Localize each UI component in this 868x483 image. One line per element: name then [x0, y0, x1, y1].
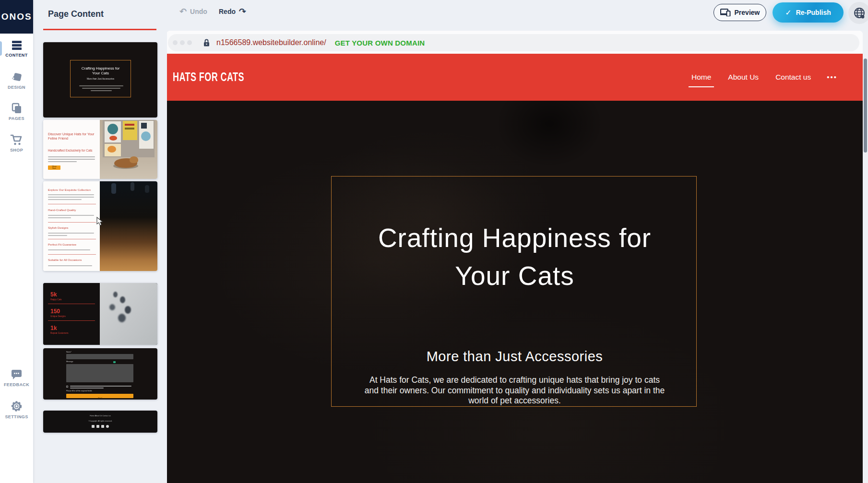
devices-icon	[720, 9, 731, 16]
hero-section[interactable]: Crafting Happiness for Your Cats More th…	[166, 101, 863, 483]
sidebar-item-content[interactable]: CONTENT	[0, 40, 33, 58]
features-thumb-heading: Perfect Fit Guarantee	[48, 243, 98, 246]
intro-thumb-subheading: Handcrafted Exclusively for Cats	[48, 149, 97, 152]
features-thumb-heading: Explore Our Exquisite Collection	[48, 188, 98, 191]
features-thumb-text-column: Explore Our Exquisite Collection Hand-Cr…	[43, 181, 100, 271]
canvas-scrollbar	[863, 31, 868, 483]
browser-chrome-bar: n1566589.websitebuilder.online/ GET YOUR…	[166, 31, 863, 54]
sidebar-item-shop[interactable]: SHOP	[0, 134, 33, 153]
stat-label: Happy Cats	[50, 298, 62, 301]
sidebar-item-label: PAGES	[0, 116, 33, 121]
undo-icon: ↶	[179, 8, 187, 15]
check-icon: ✓	[785, 8, 791, 17]
hero-thumb-heading: Crafting Happiness for Your Cats	[77, 66, 125, 75]
stat-value: 150	[50, 308, 60, 315]
sidebar-item-settings[interactable]: SETTINGS	[0, 400, 33, 419]
hero-thumb-subheading: More than Just Accessories	[85, 78, 116, 80]
stat-value: 5k	[50, 291, 57, 298]
sidebar-item-pages[interactable]: PAGES	[0, 103, 33, 121]
stat-label: Unique Designs	[50, 315, 66, 318]
form-consent-checkbox	[66, 386, 68, 388]
form-message-label: Message	[66, 361, 73, 363]
republish-button[interactable]: ✓ Re-Publish	[773, 2, 844, 23]
ionos-logo[interactable]: IONOS	[0, 0, 33, 34]
features-thumb-heading: Hand-Crafted Quality	[48, 208, 98, 212]
intro-thumb-heading: Discover Unique Hats for Your Feline Fri…	[48, 132, 98, 141]
features-thumb-heading: Stylish Designs	[48, 226, 98, 229]
features-thumb-photo	[100, 181, 157, 271]
lock-icon	[203, 38, 210, 47]
cart-icon	[10, 134, 23, 146]
preview-button[interactable]: Preview	[713, 4, 766, 21]
form-name-field	[66, 354, 133, 359]
section-thumbnail-intro[interactable]: Discover Unique Hats for Your Feline Fri…	[43, 120, 157, 179]
intro-thumb-text-column: Discover Unique Hats for Your Feline Fri…	[43, 120, 100, 179]
stats-thumb-text-column: 5k Happy Cats 150 Unique Designs 1k Repe…	[43, 283, 100, 345]
sidebar-item-label: CONTENT	[0, 53, 33, 58]
window-dot	[187, 40, 192, 45]
hero-thumb-selection-box: Crafting Happiness for Your Cats More th…	[70, 60, 131, 97]
undo-button[interactable]: ↶ Undo	[179, 8, 207, 15]
pages-icon	[11, 103, 23, 114]
scrollbar-thumb[interactable]	[864, 59, 867, 153]
stat-value: 1k	[50, 325, 57, 331]
get-domain-link[interactable]: GET YOUR OWN DOMAIN	[335, 39, 425, 47]
site-url[interactable]: n1566589.websitebuilder.online/	[216, 38, 326, 47]
stats-thumb-photo	[100, 283, 157, 345]
section-thumbnail-stats[interactable]: 5k Happy Cats 150 Unique Designs 1k Repe…	[43, 283, 157, 345]
sidebar-item-label: DESIGN	[0, 85, 33, 90]
feedback-icon	[10, 368, 23, 380]
content-icon	[11, 40, 23, 51]
form-send-button: Send	[66, 394, 133, 398]
features-thumb-heading: Suitable for All Occasions	[48, 258, 102, 261]
panel-title: Page Content	[48, 9, 104, 19]
republish-label: Re-Publish	[796, 9, 831, 16]
nav-more-icon[interactable]: •••	[827, 75, 837, 80]
page-content-panel: Page Content Crafting Happiness for Your…	[33, 0, 167, 483]
nav-item-contact[interactable]: Contact us	[774, 70, 812, 84]
site-brand[interactable]: HATS FOR CATS	[173, 70, 244, 84]
form-attachment-icon	[113, 361, 116, 363]
design-icon	[11, 71, 23, 83]
hero-heading[interactable]: Crafting Happiness for Your Cats	[166, 219, 863, 295]
sidebar-item-feedback[interactable]: FEEDBACK	[0, 368, 33, 387]
site-header[interactable]: HATS FOR CATS Home About Us Contact us •…	[166, 54, 863, 101]
nav-item-about[interactable]: About Us	[727, 70, 760, 84]
undo-label: Undo	[190, 8, 207, 15]
app-sidebar: IONOS CONTENT DESIGN PAGES SHOP	[0, 0, 33, 483]
nav-item-home[interactable]: Home	[690, 70, 712, 84]
sidebar-item-label: SETTINGS	[0, 414, 33, 419]
form-name-label: Name*	[66, 351, 71, 353]
intro-thumb-photo	[100, 120, 157, 179]
redo-button[interactable]: Redo ↷	[219, 8, 246, 15]
section-thumbnail-hero[interactable]: Crafting Happiness for Your Cats More th…	[43, 42, 157, 118]
window-dot	[180, 40, 185, 45]
redo-icon: ↷	[239, 8, 246, 15]
panel-title-underline	[43, 29, 156, 30]
hero-subheading[interactable]: More than Just Accessories	[166, 349, 863, 365]
gear-icon	[10, 400, 23, 412]
sidebar-item-label: SHOP	[0, 148, 33, 153]
section-thumbnail-contact[interactable]: Name* Message Please fill in all the req…	[43, 348, 157, 400]
section-thumbnail-footer[interactable]: Home About Us Contact us ©Copyright. All…	[43, 411, 157, 433]
site-nav: Home About Us Contact us •••	[690, 54, 837, 101]
footer-thumb-links: Home About Us Contact us	[74, 415, 126, 417]
globe-icon	[853, 7, 866, 19]
footer-thumb-social-icons	[43, 425, 157, 428]
preview-label: Preview	[735, 9, 760, 16]
section-thumbnail-features[interactable]: Explore Our Exquisite Collection Hand-Cr…	[43, 181, 157, 271]
intro-thumb-shop-button: Shop Now	[48, 165, 60, 170]
hero-paragraph[interactable]: At Hats for Cats, we are dedicated to cr…	[364, 375, 666, 406]
globe-button[interactable]	[848, 2, 868, 24]
window-dot	[173, 40, 178, 45]
form-required-note: Please fill in all the required fields	[66, 390, 92, 392]
footer-thumb-copyright: ©Copyright. All rights reserved.	[74, 420, 126, 422]
sidebar-item-label: FEEDBACK	[0, 382, 33, 387]
sidebar-item-design[interactable]: DESIGN	[0, 71, 33, 90]
redo-label: Redo	[219, 8, 236, 15]
form-message-field	[66, 364, 133, 382]
site-preview-canvas: n1566589.websitebuilder.online/ GET YOUR…	[166, 31, 863, 483]
url-bar[interactable]: n1566589.websitebuilder.online/ GET YOUR…	[168, 34, 859, 51]
stat-label: Repeat Customers	[50, 332, 69, 334]
